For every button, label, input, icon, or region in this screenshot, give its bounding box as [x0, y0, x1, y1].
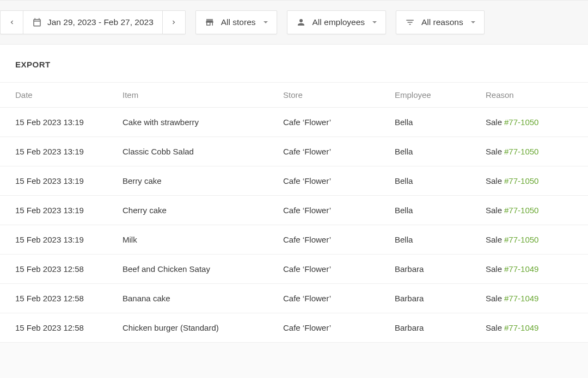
date-range-label: Jan 29, 2023 - Feb 27, 2023 [47, 17, 154, 27]
table-row[interactable]: 15 Feb 2023 13:19Cherry cakeCafe ‘Flower… [0, 196, 588, 225]
date-range-group: Jan 29, 2023 - Feb 27, 2023 [0, 10, 186, 34]
column-header-employee[interactable]: Employee [395, 83, 486, 108]
cell-date: 15 Feb 2023 13:19 [0, 196, 122, 225]
filter-list-icon [405, 17, 415, 27]
cell-employee: Bella [395, 108, 486, 137]
cell-item: Beef and Chicken Satay [122, 255, 283, 284]
reason-text: Sale [486, 323, 502, 332]
calendar-icon [32, 17, 42, 27]
table-row[interactable]: 15 Feb 2023 13:19Berry cakeCafe ‘Flower’… [0, 166, 588, 196]
reason-text: Sale [486, 235, 502, 244]
reason-reference-link[interactable]: #77-1050 [504, 117, 538, 127]
reason-reference-link[interactable]: #77-1049 [504, 264, 538, 274]
stores-filter-button[interactable]: All stores [195, 10, 277, 34]
cell-reason: Sale#77-1049 [486, 255, 588, 284]
person-icon [296, 17, 306, 27]
cell-date: 15 Feb 2023 13:19 [0, 166, 122, 196]
cell-store: Cafe ‘Flower’ [283, 284, 395, 313]
reasons-filter-label: All reasons [421, 17, 463, 27]
employees-filter-button[interactable]: All employees [287, 10, 387, 34]
column-header-date[interactable]: Date [0, 83, 122, 108]
cell-date: 15 Feb 2023 13:19 [0, 225, 122, 255]
cell-reason: Sale#77-1050 [486, 108, 588, 137]
reason-text: Sale [486, 294, 502, 303]
cell-employee: Barbara [395, 313, 486, 343]
reason-reference-link[interactable]: #77-1050 [504, 206, 538, 215]
date-range-button[interactable]: Jan 29, 2023 - Feb 27, 2023 [23, 10, 163, 34]
cell-item: Banana cake [122, 284, 283, 313]
cell-store: Cafe ‘Flower’ [283, 108, 395, 137]
stores-filter-label: All stores [221, 17, 256, 27]
cell-reason: Sale#77-1050 [486, 196, 588, 225]
cell-item: Milk [122, 225, 283, 255]
cell-store: Cafe ‘Flower’ [283, 255, 395, 284]
cell-date: 15 Feb 2023 13:19 [0, 108, 122, 137]
cell-employee: Bella [395, 137, 486, 166]
filter-toolbar: Jan 29, 2023 - Feb 27, 2023 All stores A… [0, 0, 588, 45]
cell-item: Cake with strawberry [122, 108, 283, 137]
reason-text: Sale [486, 117, 502, 127]
cell-store: Cafe ‘Flower’ [283, 137, 395, 166]
caret-down-icon [264, 21, 268, 23]
cell-date: 15 Feb 2023 12:58 [0, 313, 122, 343]
reason-reference-link[interactable]: #77-1050 [504, 176, 538, 185]
cell-item: Cherry cake [122, 196, 283, 225]
date-next-button[interactable] [163, 10, 186, 34]
cell-reason: Sale#77-1050 [486, 166, 588, 196]
content-panel: EXPORT Date Item Store Employee Reason 1… [0, 45, 588, 343]
cell-reason: Sale#77-1050 [486, 225, 588, 255]
reason-text: Sale [486, 264, 502, 274]
cell-store: Cafe ‘Flower’ [283, 313, 395, 343]
employees-filter-label: All employees [313, 17, 365, 27]
table-row[interactable]: 15 Feb 2023 12:58Banana cakeCafe ‘Flower… [0, 284, 588, 313]
cell-employee: Bella [395, 225, 486, 255]
column-header-store[interactable]: Store [283, 83, 395, 108]
stock-adjustment-table: Date Item Store Employee Reason 15 Feb 2… [0, 82, 588, 343]
reason-text: Sale [486, 176, 502, 185]
caret-down-icon [471, 21, 475, 23]
reason-reference-link[interactable]: #77-1050 [504, 147, 538, 156]
reasons-filter-button[interactable]: All reasons [396, 10, 485, 34]
reason-reference-link[interactable]: #77-1050 [504, 235, 538, 244]
cell-date: 15 Feb 2023 12:58 [0, 255, 122, 284]
chevron-left-icon [9, 19, 15, 26]
cell-employee: Bella [395, 196, 486, 225]
cell-store: Cafe ‘Flower’ [283, 225, 395, 255]
cell-employee: Barbara [395, 284, 486, 313]
table-row[interactable]: 15 Feb 2023 13:19Classic Cobb SaladCafe … [0, 137, 588, 166]
column-header-item[interactable]: Item [122, 83, 283, 108]
cell-date: 15 Feb 2023 12:58 [0, 284, 122, 313]
chevron-right-icon [170, 19, 177, 26]
table-row[interactable]: 15 Feb 2023 12:58Chicken burger (Standar… [0, 313, 588, 343]
column-header-reason[interactable]: Reason [486, 83, 588, 108]
cell-reason: Sale#77-1049 [486, 313, 588, 343]
reason-reference-link[interactable]: #77-1049 [504, 323, 538, 332]
cell-store: Cafe ‘Flower’ [283, 196, 395, 225]
caret-down-icon [372, 21, 377, 23]
cell-date: 15 Feb 2023 13:19 [0, 137, 122, 166]
cell-item: Classic Cobb Salad [122, 137, 283, 166]
reason-text: Sale [486, 206, 502, 215]
table-header-row: Date Item Store Employee Reason [0, 83, 588, 108]
cell-employee: Barbara [395, 255, 486, 284]
date-prev-button[interactable] [0, 10, 23, 34]
store-icon [205, 17, 215, 27]
cell-item: Chicken burger (Standard) [122, 313, 283, 343]
cell-reason: Sale#77-1050 [486, 137, 588, 166]
table-row[interactable]: 15 Feb 2023 13:19MilkCafe ‘Flower’BellaS… [0, 225, 588, 255]
cell-employee: Bella [395, 166, 486, 196]
reason-reference-link[interactable]: #77-1049 [504, 294, 538, 303]
reason-text: Sale [486, 147, 502, 156]
table-row[interactable]: 15 Feb 2023 12:58Beef and Chicken SatayC… [0, 255, 588, 284]
cell-reason: Sale#77-1049 [486, 284, 588, 313]
cell-item: Berry cake [122, 166, 283, 196]
export-button[interactable]: EXPORT [0, 45, 588, 82]
table-row[interactable]: 15 Feb 2023 13:19Cake with strawberryCaf… [0, 108, 588, 137]
cell-store: Cafe ‘Flower’ [283, 166, 395, 196]
